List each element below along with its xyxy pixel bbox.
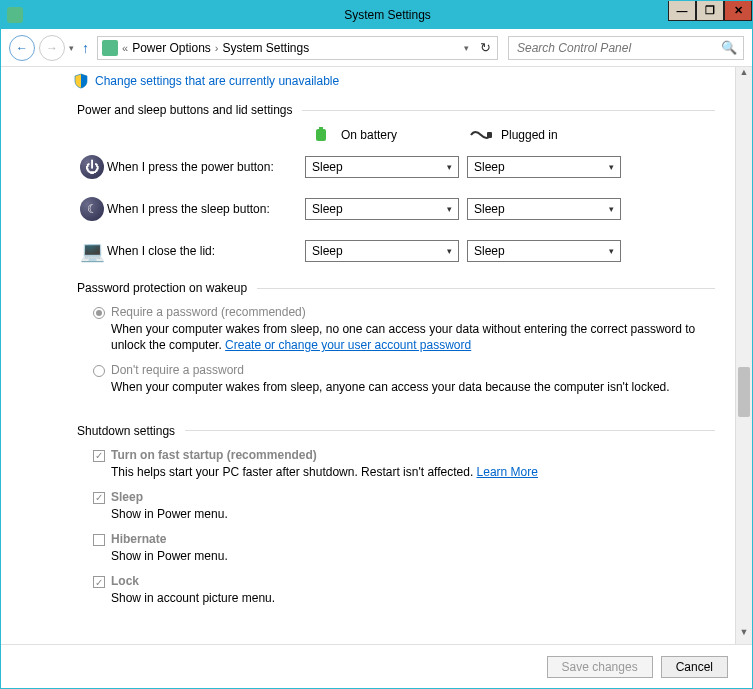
titlebar: System Settings — ❐ ✕ bbox=[1, 1, 752, 29]
col-on-battery: On battery bbox=[309, 127, 469, 143]
no-password-desc: When your computer wakes from sleep, any… bbox=[111, 379, 715, 395]
row-sleep-button: ☾ When I press the sleep button: Sleep▾ … bbox=[77, 197, 715, 221]
change-settings-link[interactable]: Change settings that are currently unava… bbox=[73, 73, 715, 89]
section-title: Power and sleep buttons and lid settings bbox=[77, 103, 292, 117]
address-icon bbox=[102, 40, 118, 56]
chevron-down-icon: ▾ bbox=[609, 162, 614, 172]
radio-no-password: Don't require a password bbox=[93, 363, 715, 377]
window-title: System Settings bbox=[23, 8, 752, 22]
forward-button[interactable]: → bbox=[39, 35, 65, 61]
divider bbox=[257, 288, 715, 289]
row-power-button: ⏻ When I press the power button: Sleep▾ … bbox=[77, 155, 715, 179]
search-icon[interactable]: 🔍 bbox=[721, 40, 737, 55]
shield-icon bbox=[73, 73, 89, 89]
back-button[interactable]: ← bbox=[9, 35, 35, 61]
divider bbox=[185, 430, 715, 431]
checkbox-label: Lock bbox=[111, 574, 139, 588]
search-input[interactable] bbox=[515, 40, 721, 56]
checkbox-input bbox=[93, 576, 105, 588]
content: Change settings that are currently unava… bbox=[1, 67, 735, 644]
hibernate-desc: Show in Power menu. bbox=[111, 548, 715, 564]
svg-rect-0 bbox=[316, 129, 326, 141]
address-bar[interactable]: « Power Options › System Settings ▾ ↻ bbox=[97, 36, 498, 60]
breadcrumb-sep: « bbox=[122, 42, 128, 54]
checkbox-label: Hibernate bbox=[111, 532, 166, 546]
scroll-up-icon[interactable]: ▲ bbox=[736, 67, 752, 84]
chevron-down-icon: ▾ bbox=[609, 204, 614, 214]
chevron-down-icon: ▾ bbox=[609, 246, 614, 256]
checkbox-input bbox=[93, 534, 105, 546]
section-title: Shutdown settings bbox=[77, 424, 175, 438]
content-wrap: Change settings that are currently unava… bbox=[1, 67, 752, 644]
scroll-thumb[interactable] bbox=[738, 367, 750, 417]
save-changes-button[interactable]: Save changes bbox=[547, 656, 653, 678]
scroll-down-icon[interactable]: ▼ bbox=[736, 627, 752, 644]
chk-hibernate: Hibernate bbox=[93, 532, 715, 546]
radio-input bbox=[93, 365, 105, 377]
section-title: Password protection on wakeup bbox=[77, 281, 247, 295]
power-battery-select[interactable]: Sleep▾ bbox=[305, 156, 459, 178]
row-label: When I close the lid: bbox=[107, 244, 305, 258]
plug-icon bbox=[469, 127, 493, 143]
address-dropdown[interactable]: ▾ bbox=[460, 43, 473, 53]
fast-startup-desc: This helps start your PC faster after sh… bbox=[111, 464, 715, 480]
chk-sleep: Sleep bbox=[93, 490, 715, 504]
battery-icon bbox=[309, 127, 333, 143]
close-button[interactable]: ✕ bbox=[724, 1, 752, 21]
breadcrumb-system-settings[interactable]: System Settings bbox=[223, 41, 310, 55]
power-plugged-select[interactable]: Sleep▾ bbox=[467, 156, 621, 178]
radio-require-password: Require a password (recommended) bbox=[93, 305, 715, 319]
radio-input bbox=[93, 307, 105, 319]
row-close-lid: 💻 When I close the lid: Sleep▾ Sleep▾ bbox=[77, 239, 715, 263]
minimize-button[interactable]: — bbox=[668, 1, 696, 21]
chk-lock: Lock bbox=[93, 574, 715, 588]
scrollbar[interactable]: ▲ ▼ bbox=[735, 67, 752, 644]
lock-desc: Show in account picture menu. bbox=[111, 590, 715, 606]
app-icon bbox=[7, 7, 23, 23]
footer: Save changes Cancel bbox=[1, 644, 752, 688]
radio-label: Require a password (recommended) bbox=[111, 305, 306, 319]
sleep-desc: Show in Power menu. bbox=[111, 506, 715, 522]
history-dropdown[interactable]: ▾ bbox=[69, 43, 74, 53]
power-icon: ⏻ bbox=[80, 155, 104, 179]
chevron-down-icon: ▾ bbox=[447, 246, 452, 256]
up-button[interactable]: ↑ bbox=[78, 40, 93, 56]
checkbox-input bbox=[93, 450, 105, 462]
create-password-link[interactable]: Create or change your user account passw… bbox=[225, 338, 471, 352]
require-password-desc: When your computer wakes from sleep, no … bbox=[111, 321, 715, 353]
breadcrumb-chevron-icon: › bbox=[215, 42, 219, 54]
search-box[interactable]: 🔍 bbox=[508, 36, 744, 60]
divider bbox=[302, 110, 715, 111]
col-plugged-in: Plugged in bbox=[469, 127, 629, 143]
moon-icon: ☾ bbox=[80, 197, 104, 221]
window: System Settings — ❐ ✕ ← → ▾ ↑ « Power Op… bbox=[0, 0, 753, 689]
row-label: When I press the sleep button: bbox=[107, 202, 305, 216]
laptop-icon: 💻 bbox=[80, 239, 104, 263]
lid-plugged-select[interactable]: Sleep▾ bbox=[467, 240, 621, 262]
svg-rect-1 bbox=[319, 127, 323, 129]
checkbox-label: Turn on fast startup (recommended) bbox=[111, 448, 317, 462]
section-buttons-lid: Power and sleep buttons and lid settings bbox=[77, 103, 715, 117]
chk-fast-startup: Turn on fast startup (recommended) bbox=[93, 448, 715, 462]
cancel-button[interactable]: Cancel bbox=[661, 656, 728, 678]
sleep-plugged-select[interactable]: Sleep▾ bbox=[467, 198, 621, 220]
lid-battery-select[interactable]: Sleep▾ bbox=[305, 240, 459, 262]
svg-rect-2 bbox=[487, 132, 492, 138]
window-buttons: — ❐ ✕ bbox=[668, 1, 752, 21]
radio-label: Don't require a password bbox=[111, 363, 244, 377]
breadcrumb-power-options[interactable]: Power Options bbox=[132, 41, 211, 55]
row-label: When I press the power button: bbox=[107, 160, 305, 174]
checkbox-label: Sleep bbox=[111, 490, 143, 504]
sleep-battery-select[interactable]: Sleep▾ bbox=[305, 198, 459, 220]
change-settings-link-text: Change settings that are currently unava… bbox=[95, 74, 339, 88]
learn-more-link[interactable]: Learn More bbox=[477, 465, 538, 479]
maximize-button[interactable]: ❐ bbox=[696, 1, 724, 21]
section-shutdown: Shutdown settings bbox=[77, 424, 715, 438]
column-headers: On battery Plugged in bbox=[77, 127, 715, 143]
checkbox-input bbox=[93, 492, 105, 504]
section-password: Password protection on wakeup bbox=[77, 281, 715, 295]
refresh-button[interactable]: ↻ bbox=[477, 40, 493, 55]
navbar: ← → ▾ ↑ « Power Options › System Setting… bbox=[1, 29, 752, 67]
chevron-down-icon: ▾ bbox=[447, 162, 452, 172]
chevron-down-icon: ▾ bbox=[447, 204, 452, 214]
